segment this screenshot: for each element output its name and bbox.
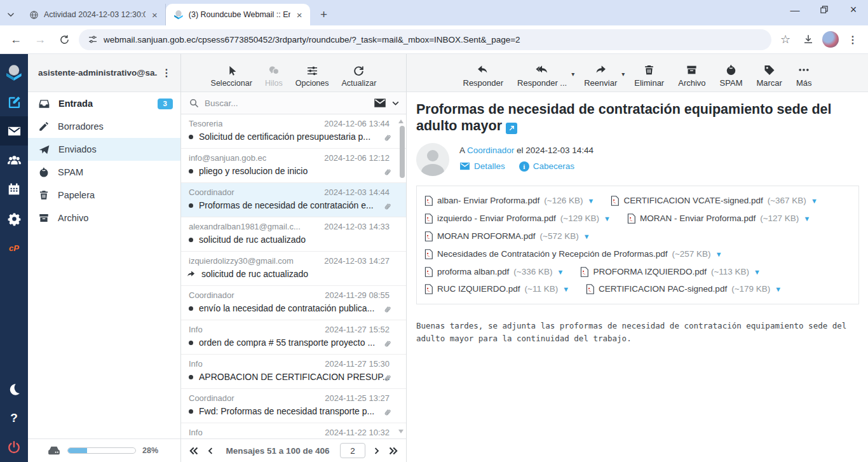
tab-actividad[interactable]: Actividad 2024-12-03 12:30:00 ×	[22, 4, 166, 25]
downloads-icon[interactable]	[799, 31, 817, 48]
first-page-icon[interactable]	[189, 445, 200, 456]
page-number-input[interactable]	[340, 443, 365, 458]
search-input[interactable]	[205, 99, 369, 108]
attachment-menu-caret[interactable]: ▼	[803, 215, 810, 222]
folders-panel: asistente-administrativo@sa... ⋮ Entrada…	[28, 54, 181, 462]
settings-gear-icon[interactable]	[0, 204, 28, 233]
scroll-thumb[interactable]	[400, 126, 405, 178]
dark-mode-moon-icon[interactable]	[0, 374, 28, 404]
message-row[interactable]: Tesoreria2024-12-06 13:44 Solicitud de c…	[181, 114, 406, 149]
restore-button[interactable]	[810, 0, 839, 19]
tab-roundcube[interactable]: (3) Roundcube Webmail :: Envia ×	[166, 4, 310, 25]
attachment-item[interactable]: MORAN - Enviar Proforma.pdf(~127 KB)▼	[627, 214, 810, 224]
message-row[interactable]: Info2024-11-27 15:52 orden de compra # 5…	[181, 320, 406, 355]
attachment-menu-caret[interactable]: ▼	[604, 215, 611, 222]
message-row[interactable]: Info2024-11-27 15:30 APROBACION DE CERTI…	[181, 355, 406, 389]
message-row[interactable]: info@sanjuan.gob.ec2024-12-06 12:12 plie…	[181, 149, 406, 183]
forward-button[interactable]: Reenviar	[578, 64, 623, 88]
attachment-menu-caret[interactable]: ▼	[811, 197, 818, 205]
sidebar-item-sent[interactable]: Enviados	[28, 138, 180, 161]
cpanel-icon[interactable]: cP	[0, 233, 28, 262]
message-row[interactable]: Info2024-11-22 10:32	[181, 423, 406, 438]
tab-close-icon[interactable]: ×	[295, 10, 304, 20]
scroll-up-icon[interactable]	[398, 119, 403, 123]
attachment-item[interactable]: PROFORMA IZQUIERDO.pdf(~113 KB)▼	[580, 267, 761, 277]
tab-search-chevron-icon[interactable]	[0, 4, 22, 25]
archive-box-icon	[38, 212, 50, 224]
sidebar-item-inbox[interactable]: Entrada 3	[28, 92, 180, 115]
sidebar-item-drafts[interactable]: Borradores	[28, 115, 180, 138]
last-page-icon[interactable]	[388, 445, 398, 456]
select-button[interactable]: Seleccionar	[207, 65, 256, 88]
recipient-link[interactable]: Coordinador	[467, 146, 514, 155]
url-bar[interactable]: webmail.sanjuan.gob.ec/cpsess6773850452/…	[79, 29, 771, 50]
mail-icon[interactable]	[0, 116, 28, 146]
help-icon[interactable]: ?	[0, 404, 28, 433]
attachment-menu-caret[interactable]: ▼	[583, 233, 590, 240]
back-icon[interactable]: ←	[6, 30, 25, 49]
pencil-icon	[38, 121, 50, 132]
delete-button[interactable]: Eliminar	[628, 64, 670, 88]
attachment-item[interactable]: MORAN PROFORMA.pdf(~572 KB)▼	[424, 231, 590, 241]
sidebar-item-spam[interactable]: SPAM	[28, 161, 180, 184]
headers-link[interactable]: i Cabeceras	[519, 161, 574, 172]
search-scope-mail-icon[interactable]	[374, 98, 386, 108]
attachment-menu-caret[interactable]: ▼	[557, 268, 564, 276]
attachment-menu-caret[interactable]: ▼	[754, 268, 761, 276]
browser-menu-icon[interactable]: ⋮	[844, 31, 862, 48]
threads-button[interactable]: Hilos	[261, 65, 287, 88]
attachment-item[interactable]: izquierdo - Enviar Proforma.pdf(~129 KB)…	[424, 214, 611, 224]
bookmark-star-icon[interactable]: ☆	[776, 31, 794, 48]
scroll-down-icon[interactable]	[398, 430, 403, 433]
search-options-chevron-icon[interactable]	[391, 99, 400, 107]
attachment-menu-caret[interactable]: ▼	[715, 250, 722, 258]
open-in-new-window-icon[interactable]	[506, 123, 517, 134]
minimize-button[interactable]: —	[780, 0, 810, 19]
paperclip-icon	[383, 133, 392, 143]
attachment-item[interactable]: alban- Enviar Proforma.pdf(~126 KB)▼	[424, 196, 594, 206]
sidebar-item-trash[interactable]: Papelera	[28, 184, 180, 207]
new-tab-button[interactable]: +	[315, 6, 333, 24]
refresh-button[interactable]: Actualizar	[338, 65, 381, 88]
forward-menu-caret[interactable]: ▾	[621, 71, 625, 78]
attachment-item[interactable]: proforma alban.pdf(~336 KB)▼	[424, 267, 564, 277]
tab-close-icon[interactable]: ×	[151, 10, 159, 20]
attachment-menu-caret[interactable]: ▼	[562, 285, 569, 293]
previous-page-icon[interactable]	[206, 446, 215, 456]
site-settings-icon[interactable]	[88, 34, 98, 44]
details-link[interactable]: Detalles	[459, 161, 505, 171]
mark-button[interactable]: Marcar	[750, 64, 787, 88]
calendar-icon[interactable]	[0, 175, 28, 204]
message-row-selected[interactable]: Coordinador2024-12-03 14:44 Proformas de…	[181, 183, 406, 217]
options-button[interactable]: Opciones	[292, 65, 333, 88]
paper-plane-icon	[38, 144, 50, 156]
attachment-menu-caret[interactable]: ▼	[775, 285, 782, 293]
account-menu-icon[interactable]: ⋮	[158, 67, 175, 79]
logout-power-icon[interactable]	[0, 433, 28, 462]
close-button[interactable]: ×	[839, 0, 868, 19]
sidebar-item-archive[interactable]: Archivo	[28, 207, 180, 229]
compose-icon[interactable]	[0, 87, 28, 116]
next-page-icon[interactable]	[372, 446, 381, 456]
reply-all-button[interactable]: Responder ...	[512, 64, 573, 88]
profile-avatar[interactable]	[822, 31, 839, 48]
reply-button[interactable]: Responder	[458, 64, 510, 88]
attachment-item[interactable]: CERTIFICACION PAC-signed.pdf(~179 KB)▼	[586, 284, 782, 294]
attachment-item[interactable]: CERTIFICACION VCATE-signed.pdf(~367 KB)▼	[611, 196, 817, 206]
message-row[interactable]: Coordinador2024-11-25 13:27 Fwd: Proform…	[181, 389, 406, 423]
spam-button[interactable]: SPAM	[714, 64, 749, 88]
archive-button[interactable]: Archivo	[672, 64, 711, 88]
message-row[interactable]: Coordinador2024-11-29 08:55 envío la nec…	[181, 286, 406, 320]
folder-label: Entrada	[58, 99, 149, 109]
attachment-menu-caret[interactable]: ▼	[588, 197, 595, 205]
list-scrollbar[interactable]	[397, 114, 406, 438]
reply-all-menu-caret[interactable]: ▾	[571, 71, 574, 78]
contacts-icon[interactable]	[0, 146, 28, 175]
message-row[interactable]: izquierdolizzy30@gmail.com2024-12-03 14:…	[181, 252, 406, 286]
forward-icon[interactable]: →	[31, 30, 50, 49]
message-row[interactable]: alexandralban1981@gmail.c...2024-12-03 1…	[181, 217, 406, 252]
attachment-item[interactable]: Necesidades de Contratación y Recepción …	[424, 249, 722, 259]
attachment-item[interactable]: RUC IZQUIERDO.pdf(~11 KB)▼	[424, 284, 569, 294]
more-button[interactable]: Más	[790, 64, 818, 88]
reload-icon[interactable]	[55, 30, 74, 49]
